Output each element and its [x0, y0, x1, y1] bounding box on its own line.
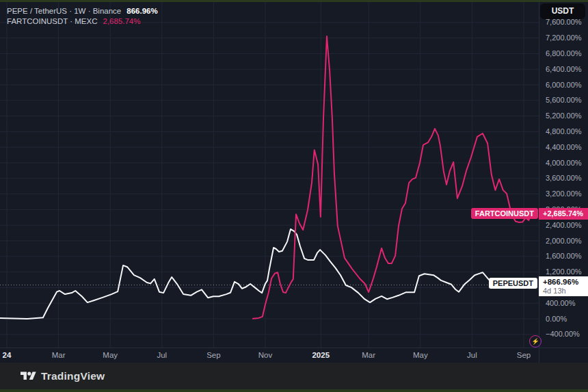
- price-tick-label: 4,800.00%: [546, 127, 582, 137]
- pepeusdt-line-series[interactable]: [0, 229, 526, 319]
- time-tick-label: Mar: [362, 348, 375, 363]
- price-tick-label: 4,400.00%: [546, 142, 582, 153]
- price-tick-label: 5,200.00%: [546, 111, 582, 121]
- price-tick-label: 6,000.00%: [546, 80, 582, 90]
- time-tick-label: May: [413, 348, 428, 363]
- time-axis[interactable]: 24MarMayJulSepNov2025MarMayJulSep: [0, 348, 588, 363]
- price-tick-label: 6,800.00%: [546, 49, 582, 59]
- legend-row-fartcoin[interactable]: FARTCOINUSDT · MEXC 2,685.74%: [7, 16, 158, 26]
- chart-series-lines: [0, 36, 531, 319]
- price-tick-label: −400.00%: [546, 329, 580, 339]
- legend-fartcoin-value: 2,685.74%: [103, 17, 140, 25]
- time-tick-label: Mar: [52, 348, 66, 363]
- time-tick-label: Sep: [517, 348, 531, 363]
- pepe-axis-price-value: +866.96%: [543, 277, 588, 287]
- currency-unit-button[interactable]: USDT: [540, 3, 585, 19]
- price-tick-label: 0.00%: [546, 314, 567, 324]
- tradingview-logo-icon[interactable]: [21, 370, 36, 382]
- price-tick-label: 4,000.00%: [546, 158, 582, 168]
- price-axis[interactable]: 7,600.00%7,200.00%6,800.00%6,400.00%6,00…: [539, 2, 588, 348]
- price-tick-label: 3,600.00%: [546, 173, 582, 183]
- time-tick-label: Sep: [206, 348, 220, 363]
- price-tick-label: 2,400.00%: [546, 220, 582, 231]
- tradingview-wordmark[interactable]: TradingView: [41, 370, 105, 382]
- price-tick-label: 1,600.00%: [546, 251, 582, 261]
- time-tick-label: 24: [3, 348, 12, 363]
- price-tick-label: 3,200.00%: [546, 189, 582, 199]
- lightning-boost-icon[interactable]: ⚡: [529, 335, 542, 348]
- price-tick-label: 1,200.00%: [546, 267, 582, 277]
- pepe-series-label[interactable]: PEPEUSDT: [489, 278, 537, 289]
- legend-row-pepe[interactable]: PEPE / TetherUS · 1W · Binance 866.96%: [7, 5, 158, 16]
- price-tick-label: 6,400.00%: [546, 64, 582, 75]
- fartcoin-axis-price-label: +2,685.74%: [539, 208, 588, 220]
- legend-fartcoin-title: FARTCOINUSDT · MEXC: [7, 17, 97, 25]
- price-tick-label: 400.00%: [546, 298, 575, 309]
- time-tick-label: Nov: [258, 348, 272, 363]
- time-tick-label: Jul: [467, 348, 477, 363]
- window-bottom-edge: [0, 389, 588, 392]
- time-tick-label: 2025: [312, 348, 330, 363]
- chart-region: 7,600.00%7,200.00%6,800.00%6,400.00%6,00…: [0, 2, 588, 363]
- tradingview-window: 7,600.00%7,200.00%6,800.00%6,400.00%6,00…: [0, 0, 588, 392]
- chart-legend: PEPE / TetherUS · 1W · Binance 866.96% F…: [7, 5, 158, 26]
- fartcoin-series-label[interactable]: FARTCOINUSDT: [471, 208, 538, 219]
- price-chart-canvas[interactable]: [0, 2, 588, 363]
- price-tick-label: 7,200.00%: [546, 33, 582, 43]
- pepe-bar-countdown: 4d 13h: [543, 287, 588, 296]
- pepe-axis-price-label: +866.96% 4d 13h: [539, 276, 588, 296]
- legend-pepe-value: 866.96%: [126, 7, 157, 15]
- price-tick-label: 2,000.00%: [546, 236, 582, 246]
- bottom-toolbar: TradingView: [0, 363, 588, 389]
- price-tick-label: 5,600.00%: [546, 95, 582, 105]
- time-tick-label: Jul: [157, 348, 167, 363]
- time-tick-label: May: [103, 348, 118, 363]
- legend-pepe-title: PEPE / TetherUS · 1W · Binance: [7, 7, 121, 15]
- fartcoinusdt-line-series[interactable]: [253, 36, 531, 319]
